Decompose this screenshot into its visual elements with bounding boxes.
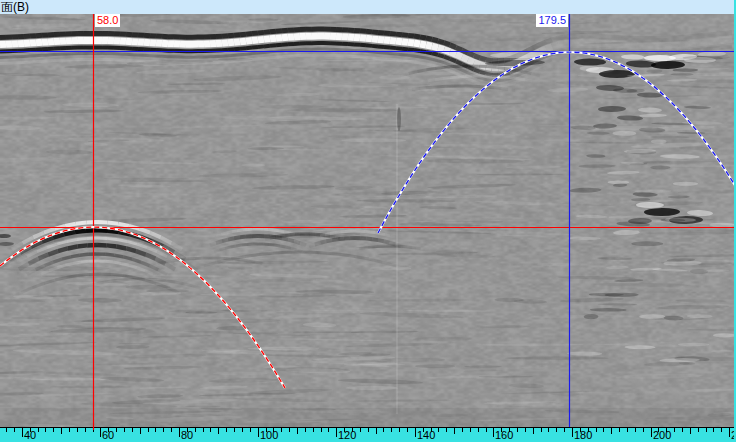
ruler-tick-label: 40 xyxy=(24,429,36,441)
ruler-tick xyxy=(470,428,471,432)
ruler-tick xyxy=(533,428,534,434)
ruler-tick-label: 100 xyxy=(260,429,278,441)
ruler-tick xyxy=(305,428,306,432)
ruler-tick xyxy=(438,428,439,432)
ruler-tick xyxy=(627,428,628,432)
radargram-canvas[interactable] xyxy=(0,14,736,427)
ruler-tick xyxy=(478,428,479,432)
ruler-tick-label: 60 xyxy=(102,429,114,441)
ruler-tick xyxy=(674,428,675,432)
ruler-tick xyxy=(698,428,699,432)
ruler-tick xyxy=(651,428,652,437)
ruler-tick-label: 120 xyxy=(338,429,356,441)
ruler-tick xyxy=(242,428,243,432)
ruler-tick xyxy=(45,428,46,432)
ruler-tick-label: 200 xyxy=(653,429,671,441)
ruler-tick xyxy=(6,428,7,432)
ruler-tick xyxy=(226,428,227,432)
ruler-tick xyxy=(572,428,573,437)
ruler-tick xyxy=(407,428,408,432)
ruler-tick xyxy=(462,428,463,432)
ruler-tick xyxy=(706,428,707,432)
ruler-tick xyxy=(399,428,400,432)
ruler-tick xyxy=(321,428,322,432)
ruler-tick xyxy=(611,428,612,434)
ruler-tick-label: 140 xyxy=(417,429,435,441)
ruler-tick xyxy=(313,428,314,432)
ruler-tick xyxy=(336,428,337,437)
ruler-tick xyxy=(218,428,219,434)
ruler-tick xyxy=(454,428,455,434)
ruler-tick xyxy=(721,428,722,432)
ruler-tick-label: 80 xyxy=(181,429,193,441)
ruler-tick xyxy=(210,428,211,432)
ruler-tick xyxy=(368,428,369,432)
red-cursor-position-label: 58.0 xyxy=(95,14,120,27)
ruler-tick xyxy=(100,428,101,437)
ruler-tick xyxy=(93,428,94,432)
ruler-tick xyxy=(77,428,78,432)
ruler-tick xyxy=(525,428,526,432)
ruler-tick xyxy=(140,428,141,434)
ruler-tick xyxy=(564,428,565,432)
ruler-tick xyxy=(85,428,86,432)
ruler-tick xyxy=(22,428,23,437)
ruler-tick xyxy=(556,428,557,432)
ruler-tick xyxy=(548,428,549,432)
ruler-tick xyxy=(281,428,282,432)
ruler-tick xyxy=(619,428,620,432)
ruler-tick xyxy=(643,428,644,432)
ruler-tick xyxy=(69,428,70,432)
ruler-tick xyxy=(155,428,156,432)
ruler-tick xyxy=(415,428,416,437)
ruler-tick xyxy=(541,428,542,432)
ruler-tick-label: 180 xyxy=(574,429,592,441)
ruler-tick xyxy=(713,428,714,432)
ruler-tick xyxy=(383,428,384,432)
ruler-tick xyxy=(391,428,392,432)
ruler-tick xyxy=(682,428,683,432)
ruler-tick xyxy=(360,428,361,432)
ruler-tick xyxy=(38,428,39,432)
window-titlebar: 面(B) xyxy=(0,0,736,14)
ruler-tick xyxy=(376,428,377,434)
ruler-tick xyxy=(690,428,691,434)
ruler-tick xyxy=(234,428,235,432)
ruler-tick xyxy=(132,428,133,432)
ruler-tick xyxy=(486,428,487,432)
ruler-tick xyxy=(289,428,290,432)
ruler-tick-label: 160 xyxy=(495,429,513,441)
ruler-tick xyxy=(297,428,298,434)
ruler-tick xyxy=(14,428,15,432)
ruler-tick xyxy=(116,428,117,432)
ruler-tick xyxy=(124,428,125,432)
ruler-tick xyxy=(258,428,259,437)
ruler-tick xyxy=(729,428,730,437)
ruler-tick xyxy=(328,428,329,432)
ruler-tick xyxy=(446,428,447,432)
ruler-tick xyxy=(195,428,196,432)
ruler-tick xyxy=(163,428,164,432)
ruler-tick xyxy=(61,428,62,434)
ruler-tick xyxy=(53,428,54,432)
ruler-tick xyxy=(203,428,204,432)
ruler-tick xyxy=(603,428,604,432)
ruler-tick xyxy=(148,428,149,432)
ruler-tick xyxy=(250,428,251,432)
position-ruler: 406080100120140160180200220 xyxy=(0,427,736,442)
ruler-tick xyxy=(493,428,494,437)
ruler-tick xyxy=(596,428,597,432)
ruler-tick xyxy=(517,428,518,432)
ruler-tick xyxy=(171,428,172,432)
window-title: 面(B) xyxy=(1,0,29,14)
blue-cursor-position-label: 179.5 xyxy=(536,14,568,27)
ruler-tick xyxy=(635,428,636,432)
ruler-tick xyxy=(179,428,180,437)
